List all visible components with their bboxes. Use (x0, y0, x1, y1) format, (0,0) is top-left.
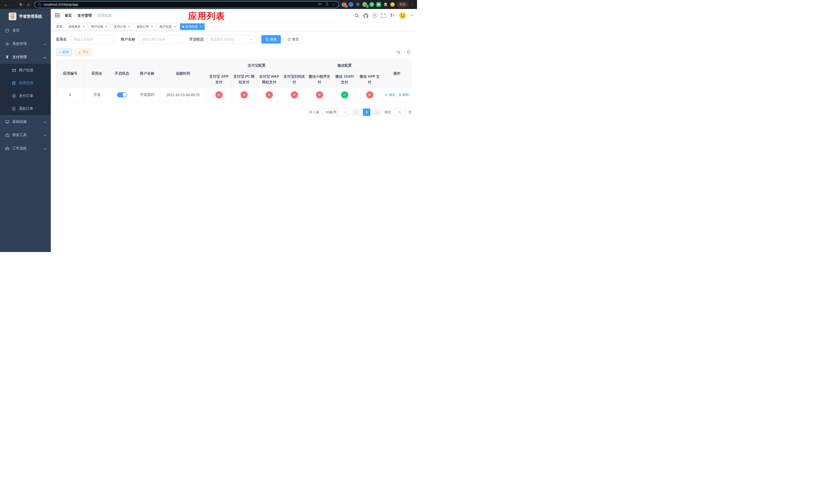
tab-home[interactable]: 首页 (54, 23, 65, 30)
status-select[interactable]: 请选择开启状态 (207, 35, 255, 44)
edit-link[interactable]: 修改 (385, 93, 395, 97)
search-button[interactable]: 搜索 (261, 35, 281, 44)
address-bar[interactable]: i localhost:1024/pay/app ☆ (35, 1, 339, 8)
password-key-icon[interactable] (318, 2, 322, 7)
fullscreen-icon[interactable] (381, 14, 386, 18)
sidebar-item-label: 系统管理 (12, 42, 27, 46)
chevron-down-icon (250, 39, 252, 41)
breadcrumb-payment[interactable]: 支付管理 (78, 13, 92, 18)
close-icon[interactable]: × (173, 25, 176, 28)
help-icon[interactable]: i? (373, 14, 377, 18)
tab-label: 退款订单 (137, 25, 149, 29)
toggle-search-button[interactable] (395, 49, 402, 56)
close-icon[interactable]: × (82, 25, 85, 28)
font-size-icon[interactable]: TT (390, 13, 394, 18)
extensions-puzzle-icon[interactable] (383, 2, 388, 7)
close-icon[interactable]: × (105, 25, 108, 28)
goto-page-input[interactable] (394, 109, 405, 116)
url-text[interactable]: localhost:1024/pay/app (44, 3, 316, 6)
next-page-button[interactable]: › (374, 109, 381, 116)
tab-process-form[interactable]: 流程表单 × (66, 23, 87, 30)
breadcrumb-separator: / (74, 14, 75, 18)
extension-icon-4[interactable]: 1 (363, 2, 367, 7)
reset-button[interactable]: 重置 (283, 35, 303, 44)
col-group-wechat: 微信配置 (307, 60, 382, 71)
browser-update-button[interactable]: 更新 (397, 1, 408, 8)
gear-icon (5, 42, 10, 46)
sidebar-item-payment[interactable]: ¥ 支付管理 (0, 50, 51, 64)
sidebar-item-label: 首页 (12, 28, 20, 33)
tags-view-bar: 首页 流程表单 × 用户分组 × 支付订单 × 退款订单 × (51, 22, 417, 31)
sidebar-subitem-merchant-info[interactable]: 商户信息 (0, 64, 51, 77)
sidebar-item-system[interactable]: 系统管理 (0, 37, 51, 50)
breadcrumb-home[interactable]: 首页 (65, 13, 72, 18)
extension-icon-1[interactable]: 10 (342, 2, 347, 7)
browser-home-button[interactable]: ⌂ (25, 1, 32, 8)
goto-prefix: 前往 (385, 110, 391, 115)
delete-link[interactable]: 删除 (398, 93, 409, 97)
browser-reload-button[interactable]: ↻ (18, 1, 24, 8)
profile-avatar-icon[interactable] (390, 2, 395, 7)
sidebar-item-workflow[interactable]: 工作流程 (0, 142, 51, 155)
extension-icon-2[interactable] (349, 2, 353, 7)
col-alipay-wap: 支付宝 WAP 网站支付 (257, 71, 282, 87)
col-app-id: 应用编号 (56, 60, 84, 87)
merchant-name-input[interactable] (138, 35, 182, 44)
browser-forward-button[interactable]: → (10, 1, 17, 8)
app-name-input[interactable] (70, 35, 114, 44)
chevron-down-icon (44, 120, 46, 124)
cell-wx-lite: × (307, 87, 332, 102)
search-icon[interactable] (354, 13, 359, 18)
share-icon[interactable] (325, 2, 329, 7)
extension-icon-5[interactable]: V (369, 2, 374, 7)
sidebar-subitem-app-info[interactable]: 应用信息 (0, 77, 51, 90)
fail-icon: × (241, 91, 248, 98)
tab-refund-order[interactable]: 退款订单 × (134, 23, 156, 30)
user-avatar[interactable] (399, 12, 407, 20)
tab-label: 商户信息 (159, 25, 172, 29)
close-icon[interactable]: × (199, 25, 202, 28)
sidebar-item-dev-tools[interactable]: 研发工具 (0, 129, 51, 142)
tab-pay-order[interactable]: 支付订单 × (112, 23, 133, 30)
chevron-down-icon (44, 42, 46, 46)
prev-page-button[interactable]: ‹ (352, 109, 359, 116)
refresh-button[interactable] (405, 49, 412, 56)
close-icon[interactable]: × (128, 25, 131, 28)
sidebar-item-infrastructure[interactable]: 基础设施 (0, 115, 51, 129)
tab-merchant-info[interactable]: 商户信息 × (157, 23, 179, 30)
sidebar-menu: 首页 系统管理 ¥ 支付管理 (0, 24, 51, 155)
tab-label: 首页 (56, 25, 62, 29)
extension-icon-6[interactable] (376, 2, 381, 7)
page-size-select[interactable]: 10条/页 (323, 109, 349, 116)
bookmark-star-icon[interactable]: ☆ (332, 3, 335, 7)
sidebar-item-home[interactable]: 首页 (0, 24, 51, 37)
edit-label: 修改 (389, 93, 395, 97)
tab-user-group[interactable]: 用户分组 × (89, 23, 110, 30)
browser-back-button[interactable]: ← (3, 1, 9, 8)
add-button[interactable]: + 新增 (56, 48, 72, 56)
tab-app-info[interactable]: 应用信息 × (180, 23, 205, 30)
sidebar-item-label: 研发工具 (12, 133, 27, 137)
browser-menu-icon[interactable]: ⋮ (410, 2, 414, 7)
hamburger-icon[interactable] (55, 13, 61, 18)
browser-chrome: ← → ↻ ⌂ i localhost:1024/pay/app ☆ 10 (0, 0, 417, 9)
status-toggle[interactable] (117, 92, 127, 97)
top-navbar: 首页 / 支付管理 / 应用信息 i? (51, 9, 417, 22)
app-frame: 芋道管理系统 首页 系统管理 (0, 9, 417, 252)
avatar-caret-icon[interactable] (411, 15, 413, 17)
github-icon[interactable] (364, 13, 368, 18)
sidebar-subitem-refund-order[interactable]: 退款订单 (0, 102, 51, 115)
col-wx-jsapi: 微信 JSAPI 支付 (332, 71, 357, 87)
cell-alipay-pc: × (232, 87, 257, 102)
add-button-label: 新增 (62, 50, 69, 54)
sidebar-item-label: 退款订单 (19, 107, 33, 111)
close-icon[interactable]: × (150, 25, 154, 28)
chevron-up-icon (44, 55, 46, 59)
site-info-icon[interactable]: i (38, 3, 42, 6)
omnibox-actions: ☆ (318, 2, 335, 7)
export-button[interactable]: 导出 (74, 48, 92, 56)
extension-icon-3[interactable] (355, 2, 360, 7)
yen-icon: ¥ (5, 55, 10, 60)
sidebar-subitem-pay-order[interactable]: 支付订单 (0, 90, 51, 102)
page-1-button[interactable]: 1 (363, 109, 370, 116)
